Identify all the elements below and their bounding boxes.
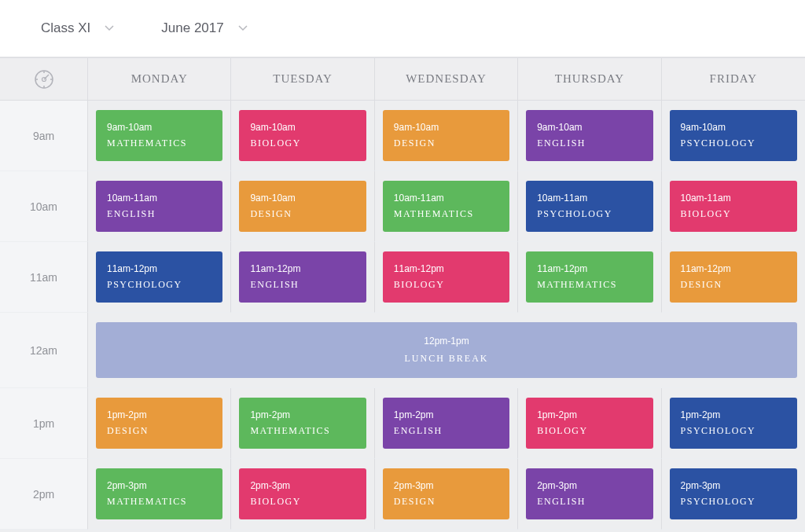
slot-time: 10am-11am (537, 193, 641, 204)
subject-card: 1pm-2pmDESIGN (96, 398, 222, 449)
timetable-slot[interactable]: 9am-10amBIOLOGY (231, 101, 374, 171)
slot-subject: PSYCHOLOGY (681, 425, 786, 437)
slot-subject: BIOLOGY (681, 208, 786, 220)
timetable-slot[interactable]: 11am-12pmMATHEMATICS (518, 242, 661, 313)
timetable-slot[interactable]: 1pm-2pmBIOLOGY (518, 388, 661, 459)
slot-subject: BIOLOGY (250, 496, 355, 508)
subject-card: 11am-12pmENGLISH (239, 251, 366, 303)
subject-card: 9am-10amDESIGN (383, 110, 509, 161)
timetable-slot[interactable]: 10am-11amBIOLOGY (662, 171, 805, 242)
timetable-slot[interactable]: 9am-10amPSYCHOLOGY (662, 101, 805, 171)
timetable-slot[interactable]: 2pm-3pmDESIGN (375, 459, 518, 530)
subject-card: 2pm-3pmPSYCHOLOGY (670, 468, 797, 519)
time-label: 10am (0, 171, 88, 242)
slot-subject: BIOLOGY (394, 279, 498, 291)
slot-subject: MATHEMATICS (537, 279, 641, 291)
slot-time: 11am-12pm (107, 263, 211, 274)
compass-icon (0, 58, 88, 101)
slot-time: 9am-10am (537, 122, 641, 133)
time-label: 11am (0, 242, 88, 313)
timetable-slot[interactable]: 2pm-3pmENGLISH (518, 459, 661, 530)
slot-subject: DESIGN (681, 279, 786, 291)
slot-subject: BIOLOGY (250, 138, 355, 149)
timetable-slot[interactable]: 10am-11amMATHEMATICS (375, 171, 518, 242)
slot-time: 10am-11am (681, 193, 786, 204)
slot-subject: PSYCHOLOGY (681, 496, 786, 508)
slot-subject: MATHEMATICS (107, 138, 211, 149)
timetable-slot[interactable]: 1pm-2pmMATHEMATICS (231, 388, 374, 459)
month-dropdown-label: June 2017 (161, 20, 223, 36)
subject-card: 2pm-3pmENGLISH (526, 468, 652, 519)
chevron-down-icon (238, 24, 248, 33)
subject-card: 9am-10amENGLISH (526, 110, 652, 161)
timetable-slot[interactable]: 1pm-2pmENGLISH (375, 388, 518, 459)
slot-time: 9am-10am (250, 193, 355, 204)
timetable-grid: MONDAYTUESDAYWEDNESDAYTHURSDAYFRIDAY9am9… (0, 57, 805, 530)
slot-subject: DESIGN (107, 425, 211, 437)
slot-subject: DESIGN (394, 496, 498, 508)
slot-time: 2pm-3pm (250, 480, 355, 491)
subject-card: 10am-11amPSYCHOLOGY (526, 181, 652, 232)
lunch-label: LUNCH BREAK (404, 353, 488, 365)
subject-card: 11am-12pmBIOLOGY (383, 251, 509, 303)
subject-card: 11am-12pmPSYCHOLOGY (96, 251, 222, 303)
month-dropdown[interactable]: June 2017 (161, 20, 247, 36)
slot-time: 1pm-2pm (250, 409, 355, 420)
slot-time: 1pm-2pm (107, 409, 211, 420)
timetable-slot[interactable]: 11am-12pmBIOLOGY (375, 242, 518, 313)
time-label: 2pm (0, 459, 88, 530)
timetable-slot[interactable]: 9am-10amMATHEMATICS (88, 101, 231, 171)
subject-card: 1pm-2pmPSYCHOLOGY (670, 398, 797, 449)
slot-subject: MATHEMATICS (250, 425, 355, 437)
slot-time: 2pm-3pm (394, 480, 498, 491)
class-dropdown[interactable]: Class XI (41, 20, 114, 36)
slot-time: 2pm-3pm (537, 480, 641, 491)
timetable-slot[interactable]: 9am-10amDESIGN (375, 101, 518, 171)
day-header: MONDAY (88, 58, 231, 101)
slot-subject: ENGLISH (250, 279, 355, 291)
slot-subject: BIOLOGY (537, 425, 641, 437)
day-header: TUESDAY (231, 58, 374, 101)
timetable-slot[interactable]: 10am-11amENGLISH (88, 171, 231, 242)
timetable-slot[interactable]: 1pm-2pmDESIGN (88, 388, 231, 459)
timetable-slot[interactable]: 9am-10amDESIGN (231, 171, 374, 242)
subject-card: 11am-12pmMATHEMATICS (526, 251, 652, 303)
time-label: 12am (0, 313, 88, 388)
subject-card: 9am-10amDESIGN (239, 181, 366, 232)
subject-card: 1pm-2pmENGLISH (383, 398, 509, 449)
slot-time: 1pm-2pm (537, 409, 641, 420)
svg-line-6 (44, 75, 49, 79)
lunch-slot[interactable]: 12pm-1pmLUNCH BREAK (88, 313, 805, 388)
subject-card: 1pm-2pmBIOLOGY (526, 398, 652, 449)
timetable-slot[interactable]: 11am-12pmDESIGN (662, 242, 805, 313)
timetable-slot[interactable]: 10am-11amPSYCHOLOGY (518, 171, 661, 242)
slot-time: 1pm-2pm (394, 409, 498, 420)
slot-subject: ENGLISH (537, 138, 641, 149)
timetable-slot[interactable]: 2pm-3pmMATHEMATICS (88, 459, 231, 530)
slot-time: 2pm-3pm (107, 480, 211, 491)
timetable-slot[interactable]: 9am-10amENGLISH (518, 101, 661, 171)
slot-time: 10am-11am (107, 193, 211, 204)
timetable-slot[interactable]: 2pm-3pmBIOLOGY (231, 459, 374, 530)
slot-subject: DESIGN (250, 208, 355, 220)
slot-time: 9am-10am (107, 122, 211, 133)
day-header: THURSDAY (518, 58, 661, 101)
subject-card: 2pm-3pmMATHEMATICS (96, 468, 222, 519)
timetable-slot[interactable]: 11am-12pmENGLISH (231, 242, 374, 313)
slot-subject: DESIGN (394, 138, 498, 149)
day-header: WEDNESDAY (375, 58, 518, 101)
time-label: 9am (0, 101, 88, 171)
slot-subject: PSYCHOLOGY (107, 279, 211, 291)
subject-card: 2pm-3pmBIOLOGY (239, 468, 366, 519)
subject-card: 2pm-3pmDESIGN (383, 468, 509, 519)
slot-subject: MATHEMATICS (394, 208, 498, 220)
subject-card: 11am-12pmDESIGN (670, 251, 797, 303)
slot-time: 11am-12pm (250, 263, 355, 274)
timetable-slot[interactable]: 11am-12pmPSYCHOLOGY (88, 242, 231, 313)
slot-time: 11am-12pm (394, 263, 498, 274)
class-dropdown-label: Class XI (41, 20, 90, 36)
slot-time: 1pm-2pm (681, 409, 786, 420)
timetable-slot[interactable]: 1pm-2pmPSYCHOLOGY (662, 388, 805, 459)
timetable-slot[interactable]: 2pm-3pmPSYCHOLOGY (662, 459, 805, 530)
slot-subject: PSYCHOLOGY (681, 138, 786, 149)
